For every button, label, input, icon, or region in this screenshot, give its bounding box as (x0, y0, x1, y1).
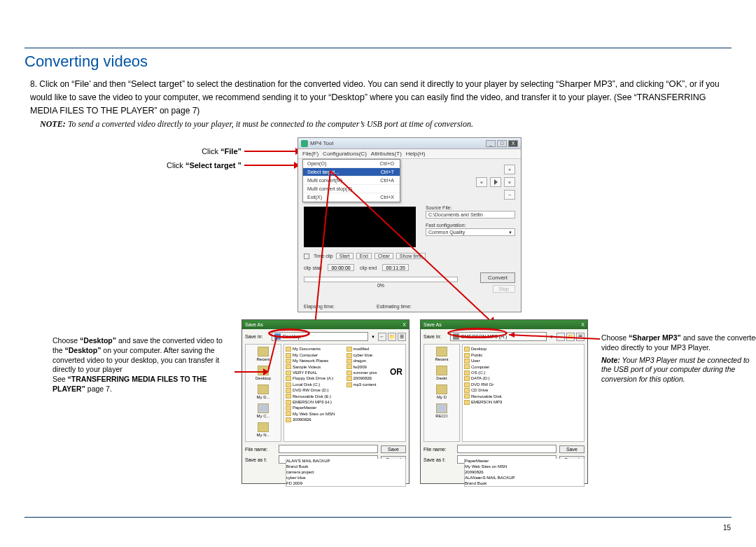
minimize-icon[interactable]: _ (486, 140, 496, 147)
page-number: 15 (723, 524, 731, 532)
list-item[interactable]: Floppy Disk Drive (A:) (286, 375, 344, 381)
list-item[interactable]: DVD RW Drive (D:) (286, 387, 344, 393)
list-item[interactable]: 20090826 (286, 417, 344, 422)
list-item[interactable]: Removable Disk (E:) (286, 394, 344, 399)
timeclip-checkbox[interactable] (304, 254, 309, 259)
filename-field[interactable] (279, 445, 378, 453)
files-pane[interactable]: My DocumentsMy ComputerMy Network Places… (284, 344, 406, 442)
prev-button[interactable]: « (476, 177, 487, 187)
list-item: camera project (286, 470, 405, 476)
view-icon[interactable]: ☰ (576, 333, 584, 341)
list-item[interactable]: My Network Places (286, 358, 344, 363)
list-item[interactable]: My Computer (286, 352, 344, 358)
files-pane[interactable]: DesktopPublicUserComputerOS (C:)DATA (D:… (462, 344, 584, 442)
list-item[interactable]: CD Drive (464, 387, 582, 393)
minus-button[interactable]: − (504, 190, 515, 200)
chevron-down-icon[interactable]: ▼ (550, 335, 554, 339)
place-mydocs[interactable]: My D... (246, 382, 281, 401)
list-item[interactable]: My Web Sites on MSN (286, 411, 344, 417)
left-instruction: Choose “Desktop” and save the converted … (52, 336, 234, 394)
list-item[interactable]: EMERSON MP3 (464, 399, 582, 405)
callout-select-target: Click “Select target ” (155, 161, 241, 169)
file-list-overflow: PaperMasterMy Web Sites on MSN20090826AL… (464, 459, 584, 487)
filename-field[interactable] (457, 445, 556, 453)
btn-clear[interactable]: Clear (374, 253, 393, 259)
list-item: ALAN'S MAIL BACKUP (286, 459, 405, 464)
list-item[interactable]: Public (464, 352, 582, 358)
place-mydocs[interactable]: My D (424, 382, 459, 401)
chevron-down-icon[interactable]: ▼ (371, 335, 375, 339)
maximize-icon[interactable]: □ (497, 140, 507, 147)
save-dialog-title: Save As X (242, 320, 409, 329)
list-item[interactable]: DATA (D:) (464, 375, 582, 381)
page-title: Converting videos (24, 53, 732, 71)
plus-button[interactable]: + (504, 165, 515, 174)
next-button[interactable]: » (504, 177, 515, 187)
list-item: My Web Sites on MSN (465, 464, 584, 470)
list-item[interactable]: OS (C:) (464, 370, 582, 375)
menu-help[interactable]: Help(H) (406, 151, 426, 157)
save-location[interactable]: EMERSON MP3 (H:) (450, 332, 547, 341)
place-recent[interactable]: Recent (424, 345, 459, 363)
place-recent[interactable]: Recent (246, 345, 281, 363)
menu-config[interactable]: Configurations(C) (323, 151, 367, 157)
place-computer[interactable]: My C... (246, 401, 281, 420)
list-item[interactable]: cyber blue (346, 352, 405, 358)
step-8-text: 8. Click on “File’ and then “Select targ… (30, 78, 726, 117)
stop-button[interactable]: Stop (493, 285, 515, 293)
right-instruction: Choose “Sharper MP3” and save the conver… (601, 333, 756, 384)
list-item[interactable]: User (464, 358, 582, 363)
list-item[interactable]: dragon (346, 358, 405, 363)
list-item[interactable]: My Documents (286, 346, 344, 352)
save-in-label: Save in: (424, 334, 447, 339)
dropdown-multi-stop[interactable]: Multi convert stop(S) (303, 185, 400, 193)
list-item[interactable]: Sample Videos (286, 364, 344, 370)
back-icon[interactable]: ← (378, 333, 386, 341)
clip-start-field[interactable] (328, 264, 354, 271)
close-icon[interactable]: X (402, 322, 406, 327)
savetype-label: Save as t: (245, 457, 276, 462)
dropdown-exit[interactable]: Exit(X)Ctrl+X (303, 193, 400, 202)
btn-end[interactable]: End (356, 253, 372, 259)
close-icon[interactable]: X (581, 322, 584, 327)
save-button[interactable]: Save (559, 445, 584, 453)
list-item[interactable]: PaperMaster (286, 405, 344, 410)
place-desktop[interactable]: Desktop (246, 363, 281, 382)
list-item[interactable]: VERY FINAL (286, 370, 344, 375)
estimate-label: Estimating time: (377, 304, 412, 309)
back-icon[interactable]: ← (556, 333, 565, 341)
list-item[interactable]: modified (346, 346, 405, 352)
dropdown-multi-convert[interactable]: Multi convert(M)Ctrl+A (303, 176, 400, 185)
list-item[interactable]: mp3 content (346, 382, 405, 387)
place-desktop[interactable]: Deskt (424, 363, 459, 382)
list-item[interactable]: Computer (464, 364, 582, 370)
place-reco[interactable]: RECO (424, 401, 459, 420)
list-item[interactable]: Local Disk (C:) (286, 382, 344, 387)
save-dialog-desktop: Save As X Save in: Desktop ▼ ← 📁 ☰ (241, 319, 410, 484)
mp4-tool-window: MP4 Tool _ □ X File(F) Configurations(C)… (298, 137, 522, 312)
list-item[interactable]: DVD RW Dr (464, 382, 582, 387)
menu-attr[interactable]: Attributes(T) (371, 151, 402, 157)
top-divider (24, 48, 732, 48)
save-button[interactable]: Save (381, 445, 406, 453)
list-item[interactable]: Desktop (464, 346, 582, 352)
callout-file: Click “File” (172, 147, 241, 155)
view-icon[interactable]: ☰ (398, 333, 406, 341)
menu-file[interactable]: File(F) (302, 151, 318, 157)
clip-end-field[interactable] (382, 264, 409, 271)
fast-config-select[interactable]: Common Quality ▼ (426, 228, 515, 236)
up-icon[interactable]: 📁 (388, 333, 396, 341)
list-item[interactable]: EMERSON MP3 (H:) (286, 399, 344, 405)
save-location[interactable]: Desktop (272, 332, 368, 341)
btn-start[interactable]: Start (336, 253, 354, 259)
up-icon[interactable]: 📁 (566, 333, 575, 341)
play-button[interactable] (490, 177, 501, 187)
close-icon[interactable]: X (508, 140, 518, 147)
btn-showtime[interactable]: Show time (396, 253, 426, 259)
convert-button[interactable]: Convert (480, 272, 515, 283)
place-network[interactable]: My N... (246, 420, 281, 439)
list-item[interactable]: Removable Disk (464, 394, 582, 399)
places-bar: Recent Deskt My D RECO (424, 344, 460, 442)
dropdown-select-target[interactable]: Select target...Ctrl+T (303, 168, 400, 176)
dropdown-open[interactable]: Open(O)Ctrl+O (303, 160, 400, 168)
